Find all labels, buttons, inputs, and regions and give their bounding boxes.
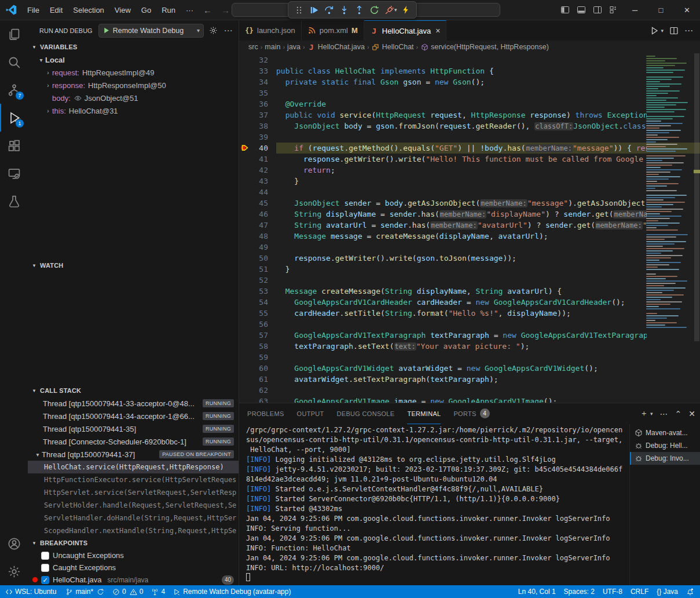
maximize-panel-icon[interactable]: ⌃ <box>675 409 682 418</box>
start-debug-icon[interactable] <box>102 27 110 34</box>
tab-hellochat-java[interactable]: JHelloChat.java× <box>364 20 447 41</box>
activity-remote-icon[interactable] <box>0 159 28 187</box>
statusbar-eol[interactable]: CRLF <box>626 585 653 598</box>
line-gutter[interactable]: 44 <box>239 187 276 198</box>
watch-header[interactable]: ▾ WATCH <box>28 259 239 272</box>
stack-frame-row[interactable]: HttpFunctionExecutor.service(HttpServlet… <box>28 473 239 486</box>
code-line[interactable]: 41 response.getWriter().write("Hello! Th… <box>239 154 700 165</box>
minimap[interactable] <box>644 53 694 403</box>
code-line[interactable]: 57 GoogleAppsCardV1TextParagraph textPar… <box>239 330 700 341</box>
variables-header[interactable]: ▾ VARIABLES <box>28 41 239 53</box>
line-gutter[interactable]: 46 <box>239 209 276 220</box>
panel-tab-terminal[interactable]: TERMINAL <box>407 403 441 424</box>
tab-pom-xml[interactable]: pom.xmlM <box>302 20 364 41</box>
statusbar-cursor-position[interactable]: Ln 40, Col 1 <box>514 585 560 598</box>
back-arrow-icon[interactable]: ← <box>199 5 217 15</box>
line-gutter[interactable]: 63 <box>239 396 276 403</box>
code-line[interactable]: 34 private static final Gson gson = new … <box>239 76 700 87</box>
code-editor[interactable]: 3233public class HelloChat implements Ht… <box>239 53 700 403</box>
step-out-icon[interactable] <box>351 2 367 17</box>
line-gutter[interactable]: 49 <box>239 242 276 253</box>
code-line[interactable]: 49 <box>239 242 700 253</box>
terminal-list-item[interactable]: Debug: Hell... <box>630 439 700 452</box>
line-gutter[interactable]: 50 <box>239 253 276 264</box>
line-gutter[interactable]: 55 <box>239 308 276 319</box>
code-line[interactable]: 39 <box>239 132 700 143</box>
line-gutter[interactable]: 35 <box>239 87 276 99</box>
line-gutter[interactable]: 42 <box>239 165 276 176</box>
line-gutter[interactable]: 37 <box>239 110 276 121</box>
statusbar-language-mode[interactable]: {} Java <box>653 585 682 598</box>
menu-selection[interactable]: Selection <box>68 0 109 20</box>
breadcrumb-item[interactable]: JHelloChat.java <box>307 43 365 52</box>
stack-frame-row[interactable]: ServletHandler.doHandle(String,Request,H… <box>28 512 239 524</box>
code-line[interactable]: 59 <box>239 352 700 363</box>
hot-code-replace-icon[interactable] <box>398 2 413 17</box>
statusbar-indentation[interactable]: Spaces: 2 <box>560 585 599 598</box>
menu-edit[interactable]: Edit <box>45 0 68 20</box>
activity-files-icon[interactable] <box>0 20 28 48</box>
panel-tab-ports[interactable]: PORTS4 <box>453 403 489 424</box>
line-gutter[interactable]: 32 <box>239 54 276 65</box>
breadcrumb-item[interactable]: HelloChat <box>372 43 414 51</box>
breakpoint-checkbox[interactable] <box>41 564 49 572</box>
toggle-secondary-sidebar-icon[interactable] <box>589 2 606 17</box>
line-gutter[interactable]: 59 <box>239 352 276 363</box>
statusbar-remote-indicator[interactable]: WSL: Ubuntu <box>0 585 61 598</box>
close-button[interactable]: ✕ <box>674 0 700 20</box>
line-gutter[interactable]: 41 <box>239 154 276 165</box>
code-line[interactable]: 37 public void service(HttpRequest reque… <box>239 110 700 121</box>
variable-row[interactable]: ›this:HelloChat@31 <box>28 104 239 117</box>
breakpoint-checkbox[interactable] <box>41 552 49 560</box>
tab-launch-json[interactable]: {}launch.json <box>239 20 302 41</box>
line-gutter[interactable]: 60 <box>239 363 276 374</box>
line-gutter[interactable]: 51 <box>239 264 276 275</box>
minimize-button[interactable]: ─ <box>622 0 648 20</box>
notifications-bell-icon[interactable] <box>682 585 700 598</box>
code-line[interactable]: 58 textParagraph.setText(text:"Your avat… <box>239 341 700 352</box>
code-line[interactable]: 44 <box>239 187 700 198</box>
breakpoints-header[interactable]: ▾ BREAKPOINTS <box>28 537 239 549</box>
chevron-down-icon[interactable]: ▾ <box>650 411 653 417</box>
line-gutter[interactable]: 61 <box>239 374 276 385</box>
customize-layout-icon[interactable] <box>606 2 622 17</box>
activity-scm-icon[interactable]: 7 <box>0 76 28 104</box>
code-line[interactable]: 63 GoogleAppsCardV1Image image = new Goo… <box>239 396 700 403</box>
code-line[interactable]: 62 <box>239 385 700 396</box>
breakpoint-row[interactable]: Caught Exceptions <box>28 561 239 574</box>
thread-row[interactable]: Thread [qtp1500079441-35]RUNNING <box>28 422 239 435</box>
panel-tab-problems[interactable]: PROBLEMS <box>247 403 284 424</box>
line-gutter[interactable]: 58 <box>239 341 276 352</box>
close-tab-icon[interactable]: × <box>435 26 440 35</box>
menu-go[interactable]: Go <box>136 0 156 20</box>
code-line[interactable]: 60 GoogleAppsCardV1Widget avatarWidget =… <box>239 363 700 374</box>
code-line[interactable]: 52 <box>239 275 700 286</box>
line-gutter[interactable]: 47 <box>239 220 276 231</box>
activity-extensions-icon[interactable] <box>0 132 28 159</box>
line-gutter[interactable]: 33 <box>239 65 276 76</box>
maximize-button[interactable]: □ <box>648 0 674 20</box>
terminal-list-item[interactable]: Debug: Invo... <box>630 452 700 465</box>
code-line[interactable]: 48 Message message = createMessage(displ… <box>239 231 700 242</box>
breadcrumb-item[interactable]: src <box>248 43 258 51</box>
code-line[interactable]: 56 <box>239 319 700 330</box>
show-value-eye-icon[interactable] <box>74 94 82 102</box>
call-stack-header[interactable]: ▾ CALL STACK <box>28 384 239 397</box>
panel-tab-output[interactable]: OUTPUT <box>297 403 324 424</box>
continue-icon[interactable] <box>306 2 321 17</box>
editor-more-actions-icon[interactable]: ⋯ <box>684 25 693 36</box>
variables-scope-local[interactable]: ▾ Local <box>28 53 239 66</box>
step-into-icon[interactable] <box>336 2 351 17</box>
line-gutter[interactable]: 56 <box>239 319 276 330</box>
chevron-down-icon[interactable]: ▾ <box>661 28 664 34</box>
variable-row[interactable]: ›request:HttpRequestImpl@49 <box>28 66 239 79</box>
stack-frame-row[interactable]: HttpServlet.service(ServletRequest,Servl… <box>28 486 239 499</box>
stack-frame-row[interactable]: ServletHolder.handle(Request,ServletRequ… <box>28 499 239 512</box>
step-over-icon[interactable] <box>321 2 336 17</box>
code-line[interactable]: 54 GoogleAppsCardV1CardHeader cardHeader… <box>239 297 700 308</box>
line-gutter[interactable]: 40 <box>239 143 276 154</box>
code-line[interactable]: 46 String displayName = sender.has(membe… <box>239 209 700 220</box>
breadcrumb-item[interactable]: service(HttpRequest, HttpResponse) <box>420 43 549 51</box>
code-line[interactable]: 32 <box>239 54 700 65</box>
variable-row[interactable]: body:JsonObject@51 <box>28 92 239 104</box>
